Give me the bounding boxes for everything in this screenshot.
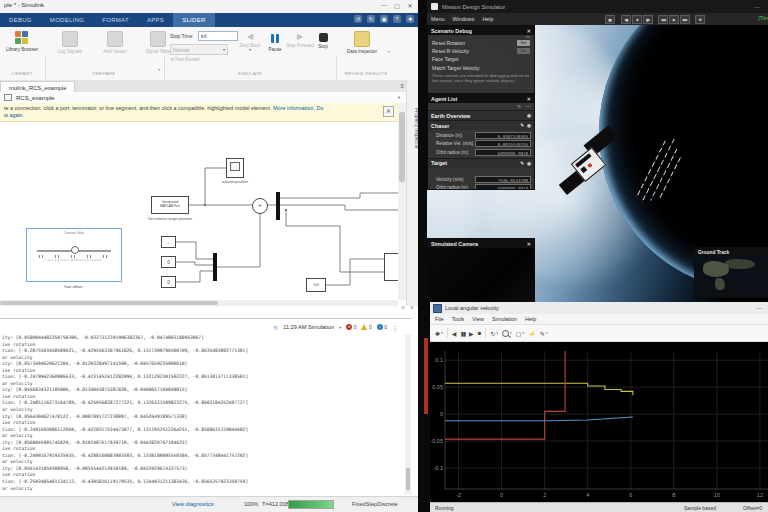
camera-icon[interactable]: ◉ <box>527 113 531 118</box>
scope-settings-button[interactable]: ✱▾ <box>435 330 443 337</box>
scope-block[interactable] <box>226 158 244 178</box>
velocity-value[interactable]: 7546.0534788 <box>475 176 531 183</box>
smenu-simulation[interactable]: Simulation <box>492 316 517 322</box>
rtab-format[interactable]: FORMAT <box>93 13 138 27</box>
edit-icon[interactable]: ✎ <box>520 161 524 166</box>
constant-block-zero[interactable]: 0 <box>161 256 176 268</box>
stop-button[interactable]: ■ <box>632 15 642 24</box>
screenshot-icon[interactable]: ▣ <box>380 15 388 23</box>
constant-block-slider[interactable]: -○- <box>161 236 176 248</box>
breadcrumb-model-name[interactable]: RCS_example <box>16 95 55 101</box>
play-button[interactable]: ▶ <box>669 15 679 24</box>
agent-target[interactable]: Target ✎◉ <box>428 158 534 168</box>
pause-icon[interactable]: ▮▮ <box>460 330 465 337</box>
refresh-icon[interactable]: ↻ <box>518 104 522 109</box>
sim-mode-select[interactable]: Normal▾ <box>170 44 228 55</box>
redo-icon[interactable]: ↻ <box>367 15 375 23</box>
rtab-debug[interactable]: DEBUG <box>0 13 41 27</box>
console-scroll-thumb[interactable] <box>406 468 410 490</box>
zoom-icon[interactable]: ▾ <box>502 330 512 337</box>
review-more-caret-icon[interactable]: ▾ <box>388 49 390 54</box>
model-canvas[interactable]: relative position Interpreted MATLAB Fcn… <box>0 122 398 300</box>
face-target-button[interactable]: Face Target <box>428 55 534 63</box>
library-browser-button[interactable]: Library Browser <box>3 31 41 52</box>
canvas-vscroll-thumb[interactable] <box>399 112 405 182</box>
pause-button[interactable]: Pause <box>262 31 288 52</box>
prev-frame-button[interactable]: ◀▮ <box>621 15 631 24</box>
match-target-velocity-button[interactable]: Match Target Velocity <box>428 63 534 72</box>
fast-restart-toggle[interactable]: ⟲ Fast Restart <box>170 57 200 62</box>
add-viewer-button[interactable]: Add Viewer <box>95 31 135 54</box>
chevron-down-icon[interactable]: ▾ <box>398 95 400 100</box>
smenu-help[interactable]: Help <box>525 316 536 322</box>
fit-view-icon[interactable]: ▢▾ <box>516 330 524 337</box>
stop-icon[interactable]: ■ <box>478 330 482 336</box>
stop-button[interactable]: Stop <box>312 31 334 49</box>
maximize-button[interactable]: ▢ <box>391 2 403 9</box>
do-not-show-link-end[interactable]: w again. <box>4 112 24 118</box>
step-back-button[interactable]: ◀ Step Back▾ <box>236 31 264 53</box>
close-button[interactable]: ✕ <box>404 2 416 9</box>
view-diagnostics-link[interactable]: View diagnostics <box>172 501 214 507</box>
sum-block[interactable]: + <box>252 198 268 214</box>
error-counter[interactable]: ✕ 0 <box>346 324 356 330</box>
refresh-icon[interactable]: ↻▾ <box>490 330 498 337</box>
step-forward-button[interactable]: ▶ Step Forward <box>286 31 314 48</box>
rewind-button[interactable]: ◀◀ <box>658 15 668 24</box>
menu-item-menu[interactable]: Menu <box>431 16 445 22</box>
matlab-fcn-block[interactable]: Interpreted MATLAB Fcn <box>151 196 189 214</box>
help-icon[interactable]: ? <box>393 15 401 23</box>
tab-list-icon[interactable]: ≡ <box>400 83 404 89</box>
relative-velocity-value[interactable]: 0.0015539193 <box>475 140 531 147</box>
chevron-down-icon[interactable]: ▾ <box>339 325 341 330</box>
rtab-modeling[interactable]: MODELING <box>41 13 93 27</box>
settings-icon[interactable]: ✱ <box>406 15 414 23</box>
info-counter[interactable]: i 0 <box>377 324 387 330</box>
warning-counter[interactable]: 0 <box>361 324 371 330</box>
agent-chaser[interactable]: Chaser ✎◉ <box>428 120 534 130</box>
smenu-file[interactable]: File <box>435 316 444 322</box>
smenu-view[interactable]: View <box>472 316 484 322</box>
menu-item-windows[interactable]: Windows <box>453 16 475 22</box>
matrix-block[interactable]: 7x0 <box>306 278 326 292</box>
agent-earth-overview[interactable]: Earth Overview ◉ <box>428 110 534 120</box>
orbit-radius-value-target[interactable]: 6999990.9818 <box>475 184 531 190</box>
orbit-radius-value[interactable]: 6999990.9818 <box>475 149 531 156</box>
canvas-hscroll-thumb[interactable] <box>0 301 218 305</box>
rtab-apps[interactable]: APPS <box>138 13 173 27</box>
annotate-icon[interactable]: ✎▾ <box>540 330 548 337</box>
log-signals-button[interactable]: Log Signals <box>50 31 90 54</box>
edit-icon[interactable]: ✎ <box>520 123 524 128</box>
fast-forward-button[interactable]: ▶▶ <box>680 15 690 24</box>
kebab-menu-icon[interactable]: ⋮ <box>392 324 398 331</box>
partial-block[interactable] <box>384 253 398 281</box>
pause-button[interactable]: ▮▮ <box>605 15 615 24</box>
constant-block-zero[interactable]: 0 <box>161 276 176 288</box>
play-icon[interactable]: ▶ <box>469 330 474 337</box>
close-icon[interactable]: ✕ <box>527 96 531 102</box>
close-icon[interactable]: ✕ <box>527 28 531 34</box>
rtab-slider[interactable]: SLIDER <box>173 13 214 27</box>
menu-item-help[interactable]: Help <box>482 16 493 22</box>
step-back-icon[interactable]: ◀ <box>452 330 457 337</box>
minimize-button[interactable]: — <box>378 2 390 8</box>
do-not-show-link-start[interactable]: Do <box>317 105 324 111</box>
trigger-icon[interactable]: ⚡ <box>528 330 536 337</box>
diagnostic-run-selector[interactable]: 11:29 AM Simulation <box>283 324 334 330</box>
mux-block[interactable] <box>213 253 217 281</box>
simulator-3d-viewport[interactable]: Scenario Debug ✕ t/s Reset Rotation Set … <box>427 25 768 312</box>
more-information-link[interactable]: More information. <box>273 105 315 111</box>
smenu-tools[interactable]: Tools <box>452 316 465 322</box>
camera-icon[interactable]: ◉ <box>527 123 531 128</box>
notification-collapse-button[interactable]: A <box>383 106 394 117</box>
minimize-button[interactable]: — <box>756 305 762 311</box>
data-inspector-button[interactable]: Data Inspector <box>342 31 382 54</box>
next-frame-button[interactable]: ▮▶ <box>643 15 653 24</box>
gear-icon[interactable]: ✱ <box>695 15 705 24</box>
minimize-button[interactable]: — <box>754 4 760 10</box>
reset-rotation-set-button[interactable]: Set <box>517 40 530 46</box>
distance-value[interactable]: 0.9407338403 <box>475 132 531 139</box>
close-icon[interactable]: ✕ <box>527 241 531 247</box>
slider-thumb[interactable] <box>71 246 79 254</box>
collapse-icon[interactable]: — <box>525 104 530 109</box>
